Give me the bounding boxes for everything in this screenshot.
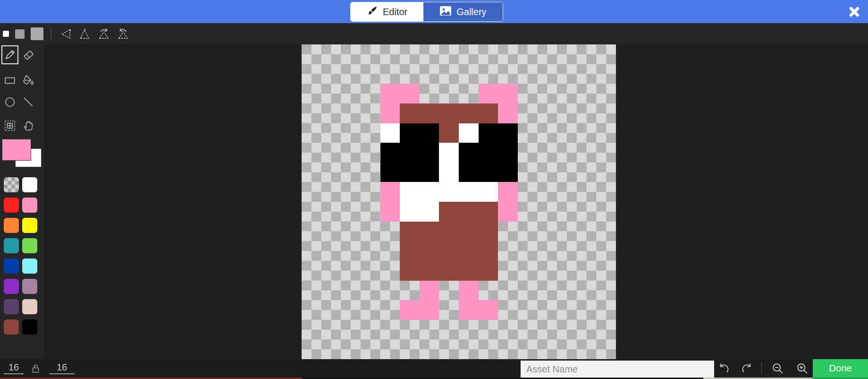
tool-circle[interactable] bbox=[1, 93, 18, 112]
sprite-pixel[interactable] bbox=[341, 261, 361, 281]
close-icon[interactable] bbox=[847, 5, 861, 19]
sprite-pixel[interactable] bbox=[439, 261, 459, 281]
sprite-pixel[interactable] bbox=[479, 281, 498, 301]
sprite-pixel[interactable] bbox=[400, 222, 420, 241]
sprite-pixel[interactable] bbox=[380, 44, 400, 64]
sprite-pixel[interactable] bbox=[341, 64, 361, 84]
sprite-pixel[interactable] bbox=[361, 143, 380, 163]
sprite-pixel[interactable] bbox=[400, 300, 420, 320]
sprite-pixel[interactable] bbox=[596, 182, 616, 202]
sprite-pixel[interactable] bbox=[302, 281, 321, 301]
sprite-pixel[interactable] bbox=[518, 241, 538, 261]
sprite-pixel[interactable] bbox=[321, 64, 341, 84]
sprite-pixel[interactable] bbox=[361, 163, 380, 182]
palette-swatch-1[interactable] bbox=[22, 177, 37, 192]
palette-swatch-12[interactable] bbox=[4, 299, 19, 314]
sprite-pixel[interactable] bbox=[380, 84, 400, 103]
sprite-pixel[interactable] bbox=[341, 163, 361, 182]
palette-swatch-6[interactable] bbox=[4, 238, 19, 253]
sprite-pixel[interactable] bbox=[518, 182, 538, 202]
sprite-pixel[interactable] bbox=[420, 320, 439, 340]
sprite-pixel[interactable] bbox=[577, 123, 597, 143]
sprite-pixel[interactable] bbox=[380, 320, 400, 340]
palette-swatch-5[interactable] bbox=[22, 218, 37, 233]
sprite-pixel[interactable] bbox=[341, 182, 361, 202]
sprite-pixel[interactable] bbox=[321, 84, 341, 103]
sprite-pixel[interactable] bbox=[439, 241, 459, 261]
sprite-pixel[interactable] bbox=[459, 241, 479, 261]
sprite-pixel[interactable] bbox=[321, 222, 341, 241]
sprite-pixel[interactable] bbox=[459, 202, 479, 222]
palette-swatch-3[interactable] bbox=[22, 198, 37, 213]
sprite-pixel[interactable] bbox=[380, 143, 400, 163]
sprite-pixel[interactable] bbox=[557, 261, 577, 281]
sprite-pixel[interactable] bbox=[596, 241, 616, 261]
sprite-pixel[interactable] bbox=[538, 182, 557, 202]
sprite-pixel[interactable] bbox=[361, 44, 380, 64]
palette-swatch-15[interactable] bbox=[22, 319, 37, 335]
sprite-pixel[interactable] bbox=[498, 320, 518, 340]
sprite-pixel[interactable] bbox=[596, 222, 616, 241]
sprite-pixel[interactable] bbox=[459, 143, 479, 163]
tab-gallery[interactable]: Gallery bbox=[423, 2, 502, 21]
sprite-pixel[interactable] bbox=[380, 222, 400, 241]
sprite-pixel[interactable] bbox=[361, 320, 380, 340]
sprite-pixel[interactable] bbox=[518, 143, 538, 163]
sprite-pixel[interactable] bbox=[577, 222, 597, 241]
sprite-pixel[interactable] bbox=[538, 163, 557, 182]
sprite-pixel[interactable] bbox=[302, 44, 321, 64]
sprite-pixel[interactable] bbox=[498, 261, 518, 281]
sprite-pixel[interactable] bbox=[577, 202, 597, 222]
sprite-pixel[interactable] bbox=[341, 339, 361, 359]
sprite-pixel[interactable] bbox=[479, 241, 498, 261]
canvas-height-input[interactable] bbox=[49, 361, 75, 374]
sprite-pixel[interactable] bbox=[439, 222, 459, 241]
sprite-pixel[interactable] bbox=[302, 320, 321, 340]
tool-rectangle[interactable] bbox=[1, 71, 18, 90]
tool-eraser[interactable] bbox=[20, 45, 37, 64]
palette-swatch-0[interactable] bbox=[4, 177, 19, 192]
tool-pan[interactable] bbox=[20, 116, 37, 135]
rotate-counterclockwise-icon[interactable] bbox=[116, 26, 131, 42]
sprite-pixel[interactable] bbox=[557, 339, 577, 359]
sprite-pixel[interactable] bbox=[380, 281, 400, 301]
pixel-canvas[interactable] bbox=[302, 44, 616, 359]
sprite-pixel[interactable] bbox=[341, 300, 361, 320]
sprite-pixel[interactable] bbox=[498, 222, 518, 241]
sprite-pixel[interactable] bbox=[380, 202, 400, 222]
sprite-pixel[interactable] bbox=[459, 64, 479, 84]
redo-icon[interactable] bbox=[739, 361, 755, 376]
sprite-pixel[interactable] bbox=[538, 103, 557, 123]
sprite-pixel[interactable] bbox=[479, 182, 498, 202]
sprite-pixel[interactable] bbox=[538, 241, 557, 261]
sprite-pixel[interactable] bbox=[596, 103, 616, 123]
sprite-pixel[interactable] bbox=[302, 202, 321, 222]
sprite-pixel[interactable] bbox=[538, 339, 557, 359]
sprite-pixel[interactable] bbox=[361, 339, 380, 359]
sprite-pixel[interactable] bbox=[321, 281, 341, 301]
sprite-pixel[interactable] bbox=[321, 163, 341, 182]
sprite-pixel[interactable] bbox=[479, 222, 498, 241]
sprite-pixel[interactable] bbox=[498, 123, 518, 143]
sprite-pixel[interactable] bbox=[439, 202, 459, 222]
sprite-pixel[interactable] bbox=[400, 163, 420, 182]
sprite-pixel[interactable] bbox=[361, 222, 380, 241]
sprite-pixel[interactable] bbox=[420, 202, 439, 222]
sprite-pixel[interactable] bbox=[321, 202, 341, 222]
sprite-pixel[interactable] bbox=[577, 320, 597, 340]
foreground-color-swatch[interactable] bbox=[2, 139, 31, 161]
sprite-pixel[interactable] bbox=[361, 64, 380, 84]
sprite-pixel[interactable] bbox=[380, 339, 400, 359]
sprite-pixel[interactable] bbox=[479, 123, 498, 143]
sprite-pixel[interactable] bbox=[400, 64, 420, 84]
sprite-pixel[interactable] bbox=[538, 261, 557, 281]
sprite-pixel[interactable] bbox=[459, 123, 479, 143]
sprite-pixel[interactable] bbox=[596, 163, 616, 182]
sprite-pixel[interactable] bbox=[341, 241, 361, 261]
sprite-pixel[interactable] bbox=[596, 64, 616, 84]
sprite-pixel[interactable] bbox=[341, 320, 361, 340]
sprite-pixel[interactable] bbox=[439, 103, 459, 123]
sprite-pixel[interactable] bbox=[596, 300, 616, 320]
sprite-pixel[interactable] bbox=[439, 281, 459, 301]
sprite-pixel[interactable] bbox=[518, 261, 538, 281]
